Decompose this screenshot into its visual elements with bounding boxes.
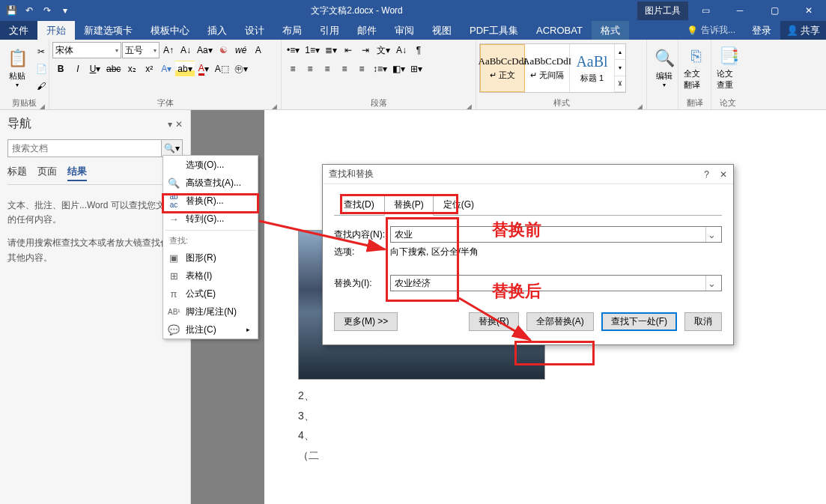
dialog-close[interactable]: ✕	[720, 169, 727, 180]
ribbon-options-button[interactable]: ▭	[688, 0, 723, 21]
dialog-help[interactable]: ?	[704, 169, 709, 180]
menu-find-graphics[interactable]: ▣图形(R)	[163, 249, 258, 267]
maximize-button[interactable]: ▢	[757, 0, 792, 21]
paper-check-button[interactable]: 📑论文查重	[714, 42, 743, 93]
bullets-button[interactable]: •≡▾	[285, 42, 302, 58]
clear-format-button[interactable]: wé	[233, 42, 249, 58]
qat-customize[interactable]: ▾	[57, 2, 73, 19]
replace-button[interactable]: 替换(R)	[469, 312, 519, 331]
tab-layout[interactable]: 布局	[273, 21, 311, 40]
strikethrough-button[interactable]: abc	[104, 61, 123, 77]
nav-tab-pages[interactable]: 页面	[37, 165, 57, 181]
menu-goto[interactable]: →转到(G)...	[163, 210, 258, 228]
superscript-button[interactable]: x²	[141, 61, 157, 77]
tab-insert[interactable]: 插入	[198, 21, 236, 40]
text-effects-button[interactable]: A▾	[158, 61, 174, 77]
tab-references[interactable]: 引用	[311, 21, 348, 40]
shading-button[interactable]: ◧▾	[390, 61, 407, 77]
tab-view[interactable]: 视图	[423, 21, 461, 40]
dlg-tab-find[interactable]: 查找(D)	[334, 194, 384, 216]
editing-button[interactable]: 🔍编辑▾	[650, 42, 678, 93]
login-button[interactable]: 登录	[743, 21, 780, 40]
redo-button[interactable]: ↷	[39, 2, 55, 19]
find-what-input[interactable]: 农业⌄	[390, 226, 722, 243]
justify-button[interactable]: ≡	[336, 61, 353, 77]
line-spacing-button[interactable]: ↕≡▾	[371, 61, 389, 77]
tab-acrobat[interactable]: ACROBAT	[527, 21, 592, 40]
tab-design[interactable]: 设计	[236, 21, 273, 40]
minimize-button[interactable]: ─	[723, 0, 757, 21]
borders-button[interactable]: ⊞▾	[408, 61, 425, 77]
clipboard-launcher[interactable]: ◢	[38, 101, 46, 109]
distributed-button[interactable]: ≡	[353, 61, 370, 77]
italic-button[interactable]: I	[70, 61, 86, 77]
menu-find-comments[interactable]: 💬批注(C)▸	[163, 321, 258, 338]
nav-tab-results[interactable]: 结果	[67, 165, 87, 181]
font-launcher[interactable]: ◢	[270, 101, 278, 109]
share-button[interactable]: 👤共享	[780, 21, 826, 40]
char-shading-button[interactable]: A⬚	[213, 61, 231, 77]
style-scroll-down[interactable]: ▾	[615, 60, 625, 76]
menu-find-tables[interactable]: ⊞表格(I)	[163, 267, 258, 285]
undo-button[interactable]: ↶	[21, 2, 37, 19]
char-border-button[interactable]: A	[250, 42, 267, 58]
nav-tab-headings[interactable]: 标题	[7, 165, 27, 181]
tab-new[interactable]: 新建选项卡	[75, 21, 142, 40]
replace-all-button[interactable]: 全部替换(A)	[526, 312, 594, 331]
menu-find-equations[interactable]: π公式(E)	[163, 285, 258, 303]
bold-button[interactable]: B	[52, 61, 69, 77]
tab-format[interactable]: 格式	[592, 21, 629, 40]
indent-left-button[interactable]: ⇤	[340, 42, 356, 58]
menu-advanced-find[interactable]: 🔍高级查找(A)...	[163, 174, 258, 192]
change-case-button[interactable]: Aa▾	[195, 42, 215, 58]
numbering-button[interactable]: 1≡▾	[303, 42, 322, 58]
close-button[interactable]: ✕	[792, 0, 826, 21]
nav-search-input[interactable]	[8, 140, 161, 157]
sort-button[interactable]: A↓	[393, 42, 410, 58]
menu-options[interactable]: 选项(O)...	[163, 156, 258, 174]
style-normal[interactable]: AaBbCcDdI↵ 正文	[480, 44, 525, 92]
highlight-button[interactable]: ab▾	[175, 61, 194, 77]
translate-button[interactable]: ⎘全文翻译	[681, 42, 710, 93]
menu-replace[interactable]: abac替换(R)...	[163, 192, 258, 210]
indent-right-button[interactable]: ⇥	[357, 42, 374, 58]
menu-find-footnotes[interactable]: AB¹脚注/尾注(N)	[163, 303, 258, 321]
tab-review[interactable]: 审阅	[386, 21, 423, 40]
phonetic-guide-button[interactable]: ☯	[216, 42, 232, 58]
asian-layout-button[interactable]: 文▾	[374, 42, 392, 58]
tab-home[interactable]: 开始	[37, 21, 75, 40]
tab-mailings[interactable]: 邮件	[348, 21, 386, 40]
shrink-font-button[interactable]: A↓	[177, 42, 194, 58]
cancel-button[interactable]: 取消	[684, 312, 722, 331]
replace-with-input[interactable]: 农业经济⌄	[390, 275, 722, 291]
styles-launcher[interactable]: ◢	[636, 101, 643, 109]
cut-button[interactable]: ✂	[33, 43, 49, 60]
align-left-button[interactable]: ≡	[285, 61, 301, 77]
save-button[interactable]: 💾	[3, 2, 19, 19]
show-marks-button[interactable]: ¶	[410, 42, 427, 58]
tab-pdf[interactable]: PDF工具集	[461, 21, 527, 40]
enclose-char-button[interactable]: ㊥▾	[232, 61, 250, 77]
style-scroll-up[interactable]: ▴	[615, 44, 625, 60]
style-heading1[interactable]: AaBl标题 1	[570, 44, 615, 92]
font-color-button[interactable]: A▾	[195, 61, 212, 77]
font-size-combo[interactable]: 五号▾	[122, 42, 160, 58]
style-more[interactable]: ⊻	[615, 76, 625, 92]
subscript-button[interactable]: x₂	[124, 61, 140, 77]
paragraph-launcher[interactable]: ◢	[465, 101, 473, 109]
align-center-button[interactable]: ≡	[302, 61, 318, 77]
nav-dropdown[interactable]: ▾	[168, 119, 172, 130]
tab-file[interactable]: 文件	[0, 21, 37, 40]
dlg-tab-goto[interactable]: 定位(G)	[434, 194, 484, 216]
styles-gallery[interactable]: AaBbCcDdI↵ 正文 AaBbCcDdI↵ 无间隔 AaBl标题 1 ▴▾…	[479, 43, 626, 93]
grow-font-button[interactable]: A↑	[160, 42, 177, 58]
find-next-button[interactable]: 查找下一处(F)	[601, 312, 677, 331]
paste-button[interactable]: 📋粘贴▾	[3, 42, 31, 93]
align-right-button[interactable]: ≡	[319, 61, 335, 77]
copy-button[interactable]: 📄	[33, 61, 49, 77]
tab-templates[interactable]: 模板中心	[142, 21, 198, 40]
nav-close[interactable]: ✕	[175, 119, 183, 130]
style-nospacing[interactable]: AaBbCcDdI↵ 无间隔	[525, 44, 570, 92]
multilevel-button[interactable]: ≣▾	[323, 42, 339, 58]
dlg-tab-replace[interactable]: 替换(P)	[384, 194, 434, 216]
